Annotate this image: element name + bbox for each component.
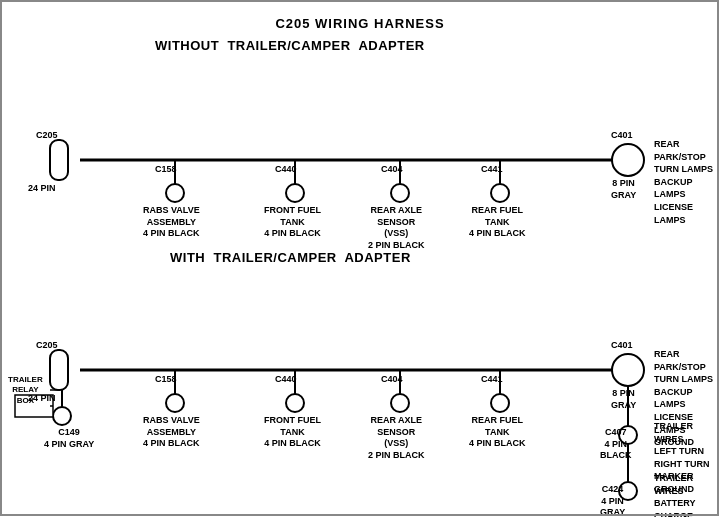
c407-label: C4074 PINBLACK <box>600 427 632 462</box>
svg-point-8 <box>391 184 409 202</box>
c401-bot-label: C401 <box>611 340 633 352</box>
svg-point-21 <box>166 394 184 412</box>
svg-point-6 <box>286 184 304 202</box>
c401-bot-sub: 8 PINGRAY <box>611 388 636 411</box>
svg-point-10 <box>491 184 509 202</box>
c441-bot-label: C441 <box>481 374 503 386</box>
svg-point-4 <box>166 184 184 202</box>
c440-top-label: C440 <box>275 164 297 176</box>
top-section-title: WITHOUT TRAILER/CAMPER ADAPTER <box>155 38 425 53</box>
c404-top-sub: REAR AXLESENSOR(VSS)2 PIN BLACK <box>368 205 425 252</box>
c205-top-label: C205 <box>36 130 58 142</box>
c440-top-sub: FRONT FUELTANK4 PIN BLACK <box>264 205 321 240</box>
svg-point-27 <box>491 394 509 412</box>
c404-bot-sub: REAR AXLESENSOR(VSS)2 PIN BLACK <box>368 415 425 462</box>
trailer-relay-label: TRAILERRELAYBOX <box>8 375 43 406</box>
svg-point-15 <box>612 354 644 386</box>
c404-bot-label: C404 <box>381 374 403 386</box>
c441-top-sub: REAR FUELTANK4 PIN BLACK <box>469 205 526 240</box>
c205-top-sub: 24 PIN <box>28 183 56 195</box>
c404-top-label: C404 <box>381 164 403 176</box>
c401-top-label: C401 <box>611 130 633 142</box>
c205-bot-label: C205 <box>36 340 58 352</box>
c401-top-sub: 8 PINGRAY <box>611 178 636 201</box>
right-c424-label: TRAILER WIRESBATTERY CHARGEBACKUPBRAKES <box>654 472 720 517</box>
svg-point-23 <box>286 394 304 412</box>
svg-rect-1 <box>50 140 68 180</box>
svg-rect-12 <box>50 350 68 390</box>
c441-top-label: C441 <box>481 164 503 176</box>
svg-point-2 <box>612 144 644 176</box>
c158-top-label: C158 <box>155 164 177 176</box>
c158-top-sub: RABS VALVEASSEMBLY4 PIN BLACK <box>143 205 200 240</box>
c440-bot-label: C440 <box>275 374 297 386</box>
c149-label: C1494 PIN GRAY <box>44 427 94 450</box>
svg-point-25 <box>391 394 409 412</box>
svg-point-14 <box>53 407 71 425</box>
c440-bot-sub: FRONT FUELTANK4 PIN BLACK <box>264 415 321 450</box>
bottom-section-title: WITH TRAILER/CAMPER ADAPTER <box>170 250 411 265</box>
c424-label: C4244 PINGRAY <box>600 484 625 517</box>
c441-bot-sub: REAR FUELTANK4 PIN BLACK <box>469 415 526 450</box>
right-top-label: REAR PARK/STOPTURN LAMPSBACKUP LAMPSLICE… <box>654 138 720 226</box>
c158-bot-label: C158 <box>155 374 177 386</box>
c158-bot-sub: RABS VALVEASSEMBLY4 PIN BLACK <box>143 415 200 450</box>
diagram-area: C205 WIRING HARNESS <box>0 0 720 517</box>
